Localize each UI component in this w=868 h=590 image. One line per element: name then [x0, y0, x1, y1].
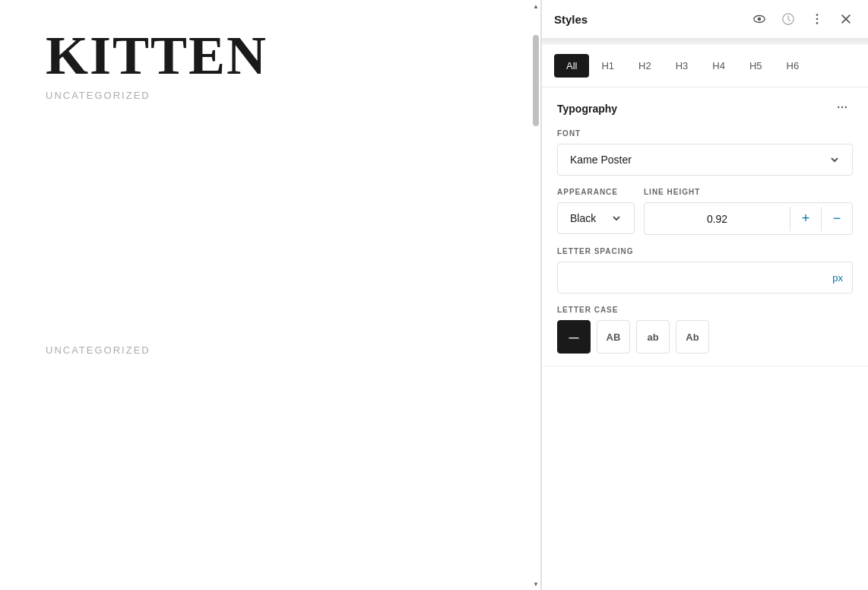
appearance-dropdown[interactable]: Black: [557, 202, 635, 234]
uncategorized-label-1: UNCATEGORIZED: [46, 90, 495, 101]
case-uppercase-label: AB: [607, 331, 621, 343]
case-lowercase-button[interactable]: ab: [636, 320, 670, 354]
styles-header-icons: [749, 9, 856, 29]
svg-point-5: [816, 22, 819, 24]
svg-point-10: [845, 106, 847, 108]
styles-panel: Styles: [541, 0, 868, 590]
canvas-content: KITTEN UNCATEGORIZED UNCATEGORIZED: [0, 0, 540, 386]
scroll-up-arrow[interactable]: ▲: [531, 0, 540, 12]
kitten-title: KITTEN: [46, 30, 495, 81]
typography-section-header: Typography: [557, 100, 853, 117]
styles-panel-title: Styles: [554, 13, 588, 26]
chevron-down-icon: [829, 154, 840, 165]
case-capitalize-button[interactable]: Ab: [676, 320, 709, 354]
eye-icon: [752, 12, 766, 26]
canvas-scrollbar[interactable]: ▲ ▼: [531, 0, 540, 590]
appearance-value: Black: [570, 212, 596, 224]
tab-h3[interactable]: H3: [664, 54, 701, 78]
styles-body: All H1 H2 H3 H4 H5 H6 Typography: [542, 39, 868, 590]
line-height-control: + −: [644, 202, 853, 235]
svg-point-8: [838, 106, 839, 108]
line-height-label: LINE HEIGHT: [644, 188, 853, 196]
tab-h6[interactable]: H6: [775, 54, 812, 78]
letter-case-controls: — AB ab Ab: [557, 320, 853, 354]
line-height-input[interactable]: [645, 205, 790, 233]
font-label: FONT: [557, 129, 853, 138]
svg-point-9: [841, 106, 843, 108]
heading-tabs: All H1 H2 H3 H4 H5 H6: [542, 45, 868, 87]
case-capitalize-label: Ab: [686, 331, 699, 343]
font-dropdown[interactable]: Kame Poster: [557, 144, 853, 176]
letter-spacing-unit: px: [832, 272, 843, 284]
line-height-increment-button[interactable]: +: [790, 203, 821, 234]
scroll-thumb[interactable]: [533, 35, 539, 126]
more-icon: [810, 12, 824, 26]
line-height-column: LINE HEIGHT + −: [644, 188, 853, 235]
letter-spacing-label: LETTER SPACING: [557, 247, 853, 255]
canvas-area: KITTEN UNCATEGORIZED UNCATEGORIZED ▲ ▼: [0, 0, 541, 590]
letter-spacing-input[interactable]: [567, 271, 832, 284]
more-options-button[interactable]: [807, 9, 827, 29]
styles-header: Styles: [542, 0, 868, 39]
tab-all[interactable]: All: [554, 54, 589, 78]
appearance-lineheight-row: APPEARANCE Black LINE HEIGHT +: [557, 188, 853, 235]
close-button[interactable]: [836, 9, 856, 29]
svg-point-3: [816, 14, 819, 16]
tab-h2[interactable]: H2: [626, 54, 664, 78]
case-uppercase-button[interactable]: AB: [597, 320, 630, 354]
svg-point-4: [816, 18, 819, 21]
case-none-button[interactable]: —: [557, 320, 591, 354]
typography-section-title: Typography: [557, 103, 617, 115]
eye-button[interactable]: [749, 9, 769, 29]
typography-menu-button[interactable]: [832, 100, 853, 117]
case-lowercase-label: ab: [647, 331, 658, 343]
gradient-bar: [542, 39, 868, 45]
appearance-column: APPEARANCE Black: [557, 188, 635, 235]
letter-spacing-control: px: [557, 262, 853, 293]
close-icon: [839, 12, 853, 26]
svg-point-1: [758, 17, 762, 21]
tab-h5[interactable]: H5: [737, 54, 775, 78]
typography-section: Typography FONT Kame Poster: [542, 87, 868, 366]
appearance-chevron-icon: [611, 213, 622, 224]
case-none-icon: —: [569, 331, 579, 343]
letter-case-label: LETTER CASE: [557, 306, 853, 314]
tab-h1[interactable]: H1: [589, 54, 626, 78]
tab-h4[interactable]: H4: [700, 54, 737, 78]
appearance-label: APPEARANCE: [557, 188, 635, 196]
uncategorized-label-2: UNCATEGORIZED: [46, 344, 495, 356]
line-height-decrement-button[interactable]: −: [822, 203, 852, 234]
scroll-down-arrow[interactable]: ▼: [531, 578, 540, 590]
font-value: Kame Poster: [570, 154, 632, 166]
history-button[interactable]: [778, 9, 798, 29]
history-icon: [781, 12, 795, 26]
typography-more-icon: [836, 101, 848, 113]
